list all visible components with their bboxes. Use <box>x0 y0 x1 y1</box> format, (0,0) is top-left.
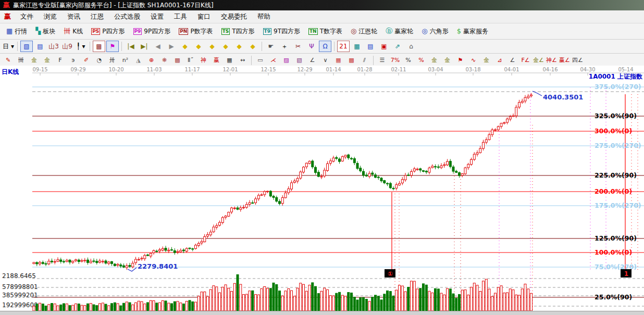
span-arrow-button[interactable]: ↔ <box>237 55 249 66</box>
kline-chart-svg[interactable]: 09-1509-2910-2011-0311-1712-0112-1512-29… <box>0 66 644 315</box>
calculator-button[interactable]: ▦ <box>351 41 363 52</box>
gold-circle-button[interactable]: 金 <box>428 55 440 66</box>
n-square-button[interactable]: n² <box>119 55 131 66</box>
ruler-123-button[interactable]: ▦ <box>224 55 236 66</box>
menu-item-3[interactable]: 江恩 <box>85 11 109 23</box>
info-list-button[interactable]: ▤ <box>34 41 46 52</box>
export-button[interactable]: ⇗ <box>391 41 404 52</box>
wave-tool-button[interactable]: ∿ <box>467 55 479 66</box>
first-page-button[interactable]: |◀ <box>125 41 137 52</box>
hand-tool-button[interactable]: ☛ <box>265 41 277 52</box>
gann-wheel-label: 江恩轮 <box>358 27 377 36</box>
winner-wheel-button[interactable]: Ⓑ赢家轮 <box>381 26 417 37</box>
shen-angle-button[interactable]: 神∠ <box>546 55 558 66</box>
magic-tool-button[interactable]: Ψ <box>305 41 318 52</box>
crosshair-tool-button[interactable]: ＋ <box>278 41 291 52</box>
brain-tool-button[interactable]: Ω <box>319 41 331 52</box>
double-prime-button[interactable]: Ⅱ˝ <box>184 55 196 66</box>
9t-square-button[interactable]: T99T四方形 <box>259 26 304 37</box>
candle-style-dropdown-button[interactable]: ╿ ▾ <box>75 41 87 52</box>
time-comb-2-button[interactable]: 卅 <box>106 55 118 66</box>
9p-square-button[interactable]: P99P四方形 <box>129 26 175 37</box>
grid-diagonal-button[interactable]: ▧ <box>293 55 305 66</box>
percent-line-button[interactable]: % <box>415 55 427 66</box>
pattern-tool-button[interactable]: ▧ <box>20 41 33 52</box>
web-box-button[interactable]: ▩ <box>171 55 183 66</box>
angle-plain-button[interactable]: ∠ <box>506 55 518 66</box>
menu-item-4[interactable]: 公式选股 <box>109 11 145 23</box>
target-circle-button[interactable]: ⊕ <box>145 55 157 66</box>
p-number-table-button[interactable]: PNP数字表 <box>175 26 217 37</box>
menu-item-5[interactable]: 设置 <box>145 11 169 23</box>
menu-item-1[interactable]: 浏览 <box>39 11 62 23</box>
next-page-button[interactable]: ▶ <box>165 41 178 52</box>
t-square-button[interactable]: TST四方形 <box>217 26 259 37</box>
menu-item-0[interactable]: 文件 <box>15 11 39 23</box>
gold-3-button[interactable]: 金 <box>480 55 492 66</box>
window-titlebar[interactable]: 赢 赢家江恩专业版[赢家内部服务平台] - [上证指数 SH1A0001-167… <box>0 0 644 10</box>
diamond-shift-right-button[interactable]: ◆ <box>192 41 205 52</box>
fan-box-button[interactable]: ▨ <box>280 55 292 66</box>
star-web-button[interactable]: ❋ <box>158 55 170 66</box>
period-day-dropdown-button[interactable]: 日 ▾ <box>2 41 15 52</box>
hexagon-button[interactable]: ◎六角形 <box>417 26 452 37</box>
winner-service-button[interactable]: $赢家服务 <box>453 26 492 37</box>
fibonacci-tool-button[interactable]: F <box>54 55 66 66</box>
gann-wheel-button[interactable]: ◎江恩轮 <box>346 26 381 37</box>
calendar-21-button[interactable]: 21 <box>337 41 350 52</box>
parallel-lines-button[interactable]: ⫽ <box>358 55 370 66</box>
fan-lines-red-button[interactable]: ⋌ <box>267 55 279 66</box>
save-button[interactable]: ▣ <box>378 41 390 52</box>
percent-seven-button[interactable]: 7% <box>389 55 401 66</box>
diamond-expand-h-button[interactable]: ◆ <box>206 41 218 52</box>
menu-item-9[interactable]: 帮助 <box>252 11 276 23</box>
percent-button[interactable]: % <box>402 55 414 66</box>
quotes-button[interactable]: ▦行情 <box>2 26 31 37</box>
gold-gann-2-button[interactable]: 金 <box>41 55 53 66</box>
grid-red-1-button[interactable]: ▦ <box>332 55 344 66</box>
diamond-expand-all-button[interactable]: ◆ <box>233 41 245 52</box>
ying-tool-button[interactable]: 赢 <box>210 55 222 66</box>
menu-item-8[interactable]: 交易委托 <box>216 11 252 23</box>
diamond-shift-left-button[interactable]: ◆ <box>179 41 191 52</box>
mini-chart-9-button[interactable]: 山9 <box>61 41 73 52</box>
si-angle-button[interactable]: 四∠ <box>572 55 584 66</box>
gann-stamp-button[interactable]: ▩ <box>93 41 105 52</box>
menu-item-2[interactable]: 资讯 <box>62 11 85 23</box>
time-circle-button[interactable]: ◔ <box>93 55 105 66</box>
f-angle-button[interactable]: F∠ <box>519 55 531 66</box>
rect-tool-button[interactable]: ▭ <box>254 55 266 66</box>
grid-red-2-button[interactable]: ▩ <box>345 55 357 66</box>
menu-item-6[interactable]: 工具 <box>169 11 192 23</box>
shen-tool-button[interactable]: 神 <box>197 55 209 66</box>
check-lines-button[interactable]: ∨ <box>319 55 331 66</box>
menu-item-7[interactable]: 窗口 <box>192 11 216 23</box>
compass-tool-button[interactable]: ◮ <box>132 55 144 66</box>
angle-lines-button[interactable]: ∠ <box>306 55 318 66</box>
sectors-button[interactable]: ▚板块 <box>31 26 59 37</box>
kline-chart-area[interactable]: 09-1509-2910-2011-0311-1712-0112-1512-29… <box>0 66 644 315</box>
p-square-button[interactable]: PSP四方形 <box>87 26 129 37</box>
gold-gann-1-button[interactable]: 金 <box>28 55 40 66</box>
pen-tool-button[interactable]: ✐ <box>80 55 92 66</box>
diamond-reset-button[interactable]: ◆ <box>246 41 259 52</box>
diamond-compress-h-button[interactable]: ◆ <box>219 41 232 52</box>
notes-button[interactable]: ▤ <box>364 41 377 52</box>
ying-angle-button[interactable]: 赢∠ <box>559 55 571 66</box>
brush-red-button[interactable]: ✎ <box>2 55 14 66</box>
t-number-table-button[interactable]: TNT数字表 <box>304 26 346 37</box>
gold-angle-button[interactable]: 金∠ <box>532 55 544 66</box>
spiral-tool-button[interactable]: ϶ <box>67 55 79 66</box>
j-angle-button[interactable]: ⊿ <box>493 55 505 66</box>
cut-tool-button[interactable]: ✂ <box>292 41 304 52</box>
workstation-button[interactable]: ⌂ <box>405 41 417 52</box>
time-comb-button[interactable]: 卌 <box>15 55 27 66</box>
last-page-button[interactable]: ▶| <box>138 41 151 52</box>
volume-profile-flag-button[interactable]: ⚑ <box>106 41 119 52</box>
flag-pen-button[interactable]: ⚑ <box>454 55 466 66</box>
levels-list-button[interactable]: ☰ <box>376 55 388 66</box>
kline-button[interactable]: 卌K线 <box>59 26 87 37</box>
gold-lines-button[interactable]: 金 <box>441 55 453 66</box>
mini-chart-3-button[interactable]: 山3 <box>47 41 60 52</box>
prev-page-button[interactable]: ◀ <box>152 41 164 52</box>
